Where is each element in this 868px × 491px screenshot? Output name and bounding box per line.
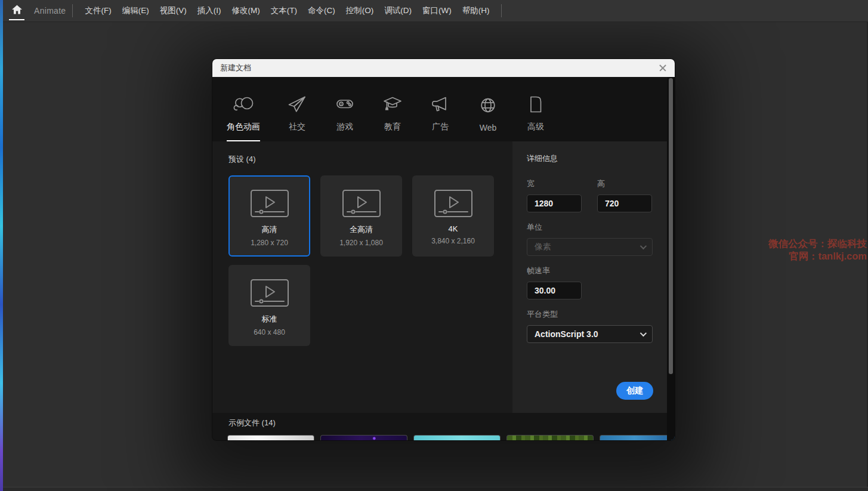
tab-games[interactable]: 游戏: [334, 94, 356, 141]
window-bottom-border: [3, 487, 868, 491]
dialog-scrollbar[interactable]: [667, 77, 675, 440]
home-icon: [11, 5, 23, 17]
paper-plane-icon: [286, 94, 308, 122]
new-document-dialog: 新建文档 角色动画: [212, 59, 675, 440]
scrollbar-thumb[interactable]: [669, 78, 673, 374]
preset-size: 3,840 x 2,160: [431, 237, 475, 245]
preset-card-hd[interactable]: 高清 1,280 x 720: [228, 175, 310, 257]
dialog-titlebar: 新建文档: [212, 59, 675, 77]
presets-pane: 预设 (4): [212, 141, 512, 413]
framerate-label: 帧速率: [527, 265, 653, 276]
dialog-close-button[interactable]: [659, 64, 667, 72]
preset-card-standard[interactable]: 标准 640 x 480: [228, 265, 310, 346]
document-icon: [525, 94, 546, 122]
tab-label: 教育: [384, 122, 401, 141]
home-active-underline: [9, 19, 24, 20]
tab-label: Web: [480, 123, 497, 141]
tab-label: 游戏: [336, 122, 353, 141]
video-preset-icon: [250, 266, 289, 310]
menu-text[interactable]: 文本(T): [265, 0, 302, 21]
menu-insert[interactable]: 插入(I): [192, 0, 227, 21]
menu-file[interactable]: 文件(F): [79, 0, 116, 21]
video-preset-icon: [342, 177, 381, 220]
tab-education[interactable]: 教育: [382, 94, 403, 141]
tab-label: 广告: [432, 122, 449, 141]
tab-label: 社交: [289, 122, 305, 141]
globe-icon: [477, 95, 499, 123]
sample-thumbnail[interactable]: [320, 435, 407, 440]
menu-view[interactable]: 视图(V): [155, 0, 192, 21]
preset-name: 4K: [449, 224, 458, 233]
graduation-cap-icon: [382, 94, 403, 122]
menu-separator-right: [501, 4, 502, 17]
framerate-input[interactable]: [527, 282, 582, 299]
menu-window[interactable]: 窗口(W): [417, 0, 457, 21]
height-input[interactable]: [597, 194, 652, 212]
megaphone-icon: [430, 94, 451, 122]
video-preset-icon: [434, 177, 473, 220]
tab-label: 高级: [527, 122, 544, 141]
presets-heading: 预设 (4): [228, 154, 512, 165]
samples-section: 示例文件 (14): [212, 413, 667, 440]
app-title: Animate: [34, 6, 66, 16]
chevron-down-icon: [640, 330, 647, 336]
desktop-wallpaper-edge: [0, 0, 3, 491]
video-preset-icon: [250, 177, 289, 220]
preset-name: 高清: [262, 224, 277, 235]
dialog-title: 新建文档: [220, 63, 251, 73]
watermark-line1: 微信公众号：探临科技: [768, 237, 867, 250]
width-input[interactable]: [527, 194, 582, 212]
platform-select[interactable]: ActionScript 3.0: [527, 325, 653, 343]
preset-name: 标准: [262, 314, 277, 325]
details-panel: 详细信息 宽 高 单位 像素: [512, 141, 667, 413]
sample-thumbnail[interactable]: [600, 435, 675, 440]
height-label: 高: [597, 178, 652, 189]
menu-modify[interactable]: 修改(M): [226, 0, 265, 21]
menu-debug[interactable]: 调试(D): [379, 0, 417, 21]
menu-control[interactable]: 控制(O): [341, 0, 379, 21]
platform-value: ActionScript 3.0: [535, 329, 598, 339]
menu-edit[interactable]: 编辑(E): [117, 0, 155, 21]
sample-thumbnails: [227, 435, 675, 440]
menu-commands[interactable]: 命令(C): [302, 0, 341, 21]
sample-thumbnail[interactable]: [506, 435, 594, 440]
watermark: 微信公众号：探临科技 官网：tanlkj.com: [768, 237, 867, 263]
chevron-down-icon: [640, 243, 647, 249]
gamepad-icon: [334, 94, 356, 122]
preset-size: 1,280 x 720: [251, 239, 288, 247]
samples-heading: 示例文件 (14): [228, 418, 667, 428]
sample-thumbnail[interactable]: [227, 435, 314, 440]
preset-cards: 高清 1,280 x 720: [228, 175, 503, 346]
menu-separator: [72, 4, 73, 17]
preset-size: 640 x 480: [254, 328, 285, 336]
unit-select: 像素: [527, 238, 653, 256]
menu-help[interactable]: 帮助(H): [457, 0, 495, 21]
tab-social[interactable]: 社交: [286, 94, 308, 141]
tab-advanced[interactable]: 高级: [525, 94, 546, 141]
tab-ads[interactable]: 广告: [430, 94, 451, 141]
tab-web[interactable]: Web: [477, 95, 499, 141]
watermark-line2: 官网：tanlkj.com: [768, 250, 867, 263]
preset-size: 1,920 x 1,080: [339, 239, 383, 247]
menu-items: 文件(F) 编辑(E) 视图(V) 插入(I) 修改(M) 文本(T) 命令(C…: [79, 0, 495, 21]
tab-label: 角色动画: [227, 122, 260, 141]
width-label: 宽: [527, 178, 582, 189]
menu-bar: Animate 文件(F) 编辑(E) 视图(V) 插入(I) 修改(M) 文本…: [3, 0, 868, 22]
create-button[interactable]: 创建: [616, 382, 653, 400]
unit-value: 像素: [535, 242, 551, 252]
category-tabs: 角色动画 社交: [212, 77, 667, 141]
sample-thumbnail[interactable]: [413, 435, 501, 440]
home-button[interactable]: [7, 0, 27, 22]
preset-name: 全高清: [350, 224, 373, 235]
preset-card-4k[interactable]: 4K 3,840 x 2,160: [412, 175, 494, 257]
tab-character-animation[interactable]: 角色动画: [227, 94, 260, 141]
preset-card-fullhd[interactable]: 全高清 1,920 x 1,080: [320, 175, 402, 257]
unit-label: 单位: [527, 222, 653, 233]
character-animation-icon: [232, 94, 255, 122]
details-heading: 详细信息: [527, 153, 653, 164]
platform-label: 平台类型: [527, 309, 653, 320]
